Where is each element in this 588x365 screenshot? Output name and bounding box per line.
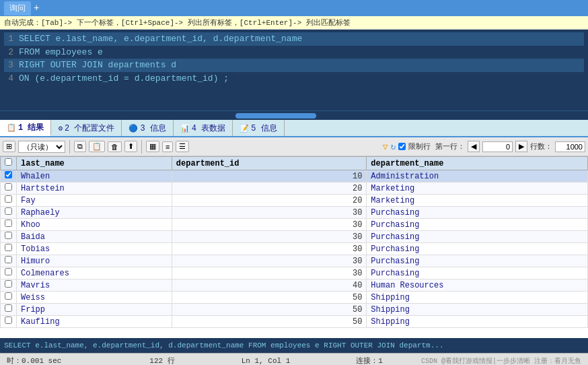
cell-department-name: Purchasing [367, 207, 588, 219]
row-checkbox[interactable] [5, 244, 12, 251]
row-checkbox-cell[interactable] [1, 304, 17, 316]
row-checkbox[interactable] [5, 232, 12, 239]
refresh-icon[interactable]: ↻ [391, 141, 396, 152]
list-format-button[interactable]: ≡ [162, 141, 173, 152]
row-checkbox-cell[interactable] [1, 207, 17, 219]
col-last-name[interactable]: last_name [17, 157, 172, 170]
row-count-input[interactable] [555, 141, 585, 152]
table-row[interactable]: Hartstein20Marketing [1, 182, 588, 195]
row-checkbox[interactable] [5, 256, 12, 263]
row-checkbox[interactable] [5, 280, 12, 288]
table-row[interactable]: Fay20Marketing [1, 195, 588, 207]
table-row[interactable]: Colmenares30Purchasing [1, 267, 588, 279]
row-checkbox[interactable] [5, 292, 12, 300]
limit-label: 限制行 第一行： [408, 141, 465, 152]
cell-department-name: Purchasing [367, 267, 588, 279]
row-checkbox[interactable] [5, 317, 12, 324]
cell-department-name: Shipping [367, 304, 588, 316]
row-checkbox[interactable] [5, 183, 12, 191]
table-row[interactable]: Weiss50Shipping [1, 292, 588, 304]
table-row[interactable]: Baida30Purchasing [1, 231, 588, 243]
row-checkbox[interactable] [5, 304, 12, 312]
scroll-thumb[interactable] [235, 113, 316, 119]
rows-info: 122 行 [110, 356, 214, 365]
paste-button[interactable]: 📋 [89, 141, 105, 152]
cell-department-name: Shipping [367, 292, 588, 304]
table-format-button[interactable]: ▦ [146, 141, 159, 152]
table-row[interactable]: Khoo30Purchasing [1, 219, 588, 231]
row-checkbox-cell[interactable] [1, 195, 17, 207]
cell-last-name: Himuro [17, 255, 172, 267]
result-toolbar: ⊞ （只读） 可编辑 ⧉ 📋 🗑 ⬆ ▦ ≡ ☰ ▽ ↻ 限制行 第一行： ◀ … [0, 137, 588, 156]
cell-department-id: 50 [172, 292, 367, 304]
cell-department-id: 30 [172, 231, 367, 243]
table-row[interactable]: Fripp50Shipping [1, 304, 588, 316]
select-all-checkbox[interactable] [5, 158, 12, 166]
table-row[interactable]: Tobias30Purchasing [1, 243, 588, 255]
grid-view-button[interactable]: ⊞ [3, 141, 15, 152]
row-checkbox-cell[interactable] [1, 231, 17, 243]
separator-1 [69, 140, 70, 154]
cell-last-name: Fay [17, 195, 172, 207]
copy-button[interactable]: ⧉ [74, 141, 86, 152]
tabledata-icon: 📊 [180, 124, 190, 133]
watermark: CSDN @看我打游戏情报|一步步清晰 注册：看月无鱼 [421, 356, 581, 366]
cell-department-id: 30 [172, 219, 367, 231]
text-format-button[interactable]: ☰ [176, 141, 189, 152]
table-row[interactable]: Kaufling50Shipping [1, 316, 588, 328]
results-table: last_name department_id department_name … [0, 156, 588, 328]
tab-tabledata[interactable]: 📊 4 表数据 [174, 120, 233, 136]
cell-department-id: 30 [172, 243, 367, 255]
row-checkbox-cell[interactable] [1, 292, 17, 304]
row-checkbox-cell[interactable] [1, 243, 17, 255]
row-checkbox[interactable] [5, 195, 12, 203]
info-bar: 时：0.001 sec 122 行 Ln 1, Col 1 连接：1 CSDN … [0, 353, 588, 365]
prev-page-button[interactable]: ◀ [468, 141, 480, 152]
row-checkbox[interactable] [5, 171, 12, 178]
row-checkbox-cell[interactable] [1, 182, 17, 195]
sql-line-3: 3 RIGHT OUTER JOIN departments d [4, 59, 584, 72]
table-row[interactable]: Whalen10Administration [1, 170, 588, 182]
row-checkbox-cell[interactable] [1, 267, 17, 279]
cell-last-name: Fripp [17, 304, 172, 316]
edit-mode-select[interactable]: （只读） 可编辑 [18, 141, 65, 153]
table-row[interactable]: Raphaely30Purchasing [1, 207, 588, 219]
row-checkbox[interactable] [5, 220, 12, 227]
cell-department-id: 30 [172, 207, 367, 219]
separator-2 [141, 140, 142, 154]
export-button[interactable]: ⬆ [124, 141, 137, 152]
sql-line-4: 4 ON (e.department_id = d.department_id)… [4, 72, 584, 86]
tab-config[interactable]: ⚙ 2 个配置文件 [51, 120, 122, 136]
row-checkbox[interactable] [5, 207, 12, 215]
row-checkbox-cell[interactable] [1, 219, 17, 231]
row-checkbox-cell[interactable] [1, 279, 17, 292]
filter-icon[interactable]: ▽ [383, 141, 388, 152]
row-checkbox[interactable] [5, 268, 12, 275]
delete-button[interactable]: 🗑 [108, 141, 122, 152]
status-sql-text: SELECT e.last_name, e.department_id, d.d… [4, 341, 584, 350]
cell-department-id: 30 [172, 255, 367, 267]
row-checkbox-cell[interactable] [1, 316, 17, 328]
sql-editor[interactable]: 1 SELECT e.last_name, e.department_id, d… [0, 30, 588, 110]
limit-checkbox[interactable] [398, 143, 406, 150]
add-tab-button[interactable]: + [34, 3, 39, 13]
row-checkbox-cell[interactable] [1, 255, 17, 267]
cell-last-name: Baida [17, 231, 172, 243]
col-department-name[interactable]: department_name [367, 157, 588, 170]
select-all-header[interactable] [1, 157, 17, 170]
result-tabs: 📋 1 结果 ⚙ 2 个配置文件 🔵 3 信息 📊 4 表数据 📝 5 信息 [0, 120, 588, 137]
toolbar-right: ▽ ↻ 限制行 第一行： ◀ ▶ 行数： [383, 141, 585, 152]
tab-info1[interactable]: 🔵 3 信息 [122, 120, 173, 136]
next-page-button[interactable]: ▶ [515, 141, 527, 152]
tab-info2[interactable]: 📝 5 信息 [233, 120, 284, 136]
sql-scrollbar[interactable] [0, 110, 588, 120]
tab-results[interactable]: 📋 1 结果 [0, 120, 51, 136]
title-tab[interactable]: 询问 [4, 1, 31, 15]
row-checkbox-cell[interactable] [1, 170, 17, 182]
limit-start-input[interactable] [482, 141, 513, 152]
col-department-id[interactable]: department_id [172, 157, 367, 170]
connection-info: 连接：1 [318, 356, 421, 365]
table-row[interactable]: Mavris40Human Resources [1, 279, 588, 292]
table-row[interactable]: Himuro30Purchasing [1, 255, 588, 267]
table-header-row: last_name department_id department_name [1, 157, 588, 170]
